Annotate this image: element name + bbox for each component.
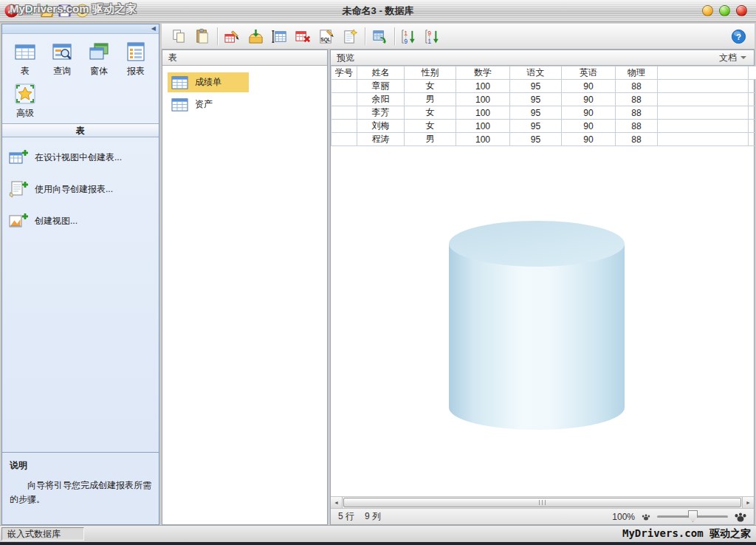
toolbar-group: 1991 xyxy=(395,27,447,47)
create-item-label: 创建视图... xyxy=(35,215,78,227)
row-count: 5 行 xyxy=(338,510,354,523)
description-text: 向导将引导您完成创建报表所需的步骤。 xyxy=(10,479,151,506)
help-button[interactable]: ? xyxy=(729,27,749,47)
small-table-icon xyxy=(171,75,188,90)
grid-cell: 章丽 xyxy=(357,80,405,93)
grid-row: 余阳男100959088 xyxy=(331,93,756,106)
grid-cell: 女 xyxy=(405,120,456,133)
app-window: 未命名3 - 数据库 MyDrivers.com 驱动之家 ◀ 表查询窗体报表高… xyxy=(0,0,756,545)
undo-icon[interactable] xyxy=(75,4,89,18)
grid-cell: 女 xyxy=(405,80,456,93)
zoom-out-paw-icon[interactable] xyxy=(642,513,650,521)
paste-button[interactable] xyxy=(193,27,213,47)
create-item-label: 使用向导创建报表... xyxy=(35,183,113,196)
create-item-1[interactable]: 使用向导创建报表... xyxy=(8,179,153,199)
grid-cell: 88 xyxy=(616,80,658,93)
grid-cell: 88 xyxy=(616,106,658,120)
preview-canvas xyxy=(331,146,754,496)
zoom-in-paw-icon[interactable] xyxy=(735,512,746,522)
sidebar: ◀ 表查询窗体报表高级 表 在设计视图中创建表...使用向导创建报表...创建视… xyxy=(1,24,159,525)
create-actions: 在设计视图中创建表...使用向导创建报表...创建视图... xyxy=(2,137,159,452)
preview-grid-holder: 学号姓名性别数学语文英语物理章丽女100959088余阳男100959088李芳… xyxy=(331,66,754,146)
grid-cell: 95 xyxy=(510,133,562,146)
grid-cell: 100 xyxy=(456,133,510,146)
zoom-level: 100% xyxy=(612,512,635,522)
maximize-button[interactable] xyxy=(719,5,730,16)
table-list-item-0[interactable]: 成绩单 xyxy=(168,72,249,92)
titlebar: 未命名3 - 数据库 MyDrivers.com 驱动之家 xyxy=(0,0,756,22)
scrollbar-thumb[interactable] xyxy=(343,498,741,507)
insert-table-button[interactable] xyxy=(269,27,289,47)
window-controls xyxy=(702,5,756,16)
open-icon[interactable] xyxy=(40,4,54,18)
horizontal-scrollbar[interactable]: ◄ ► xyxy=(331,496,754,508)
document-menu[interactable]: 文档 xyxy=(719,52,748,64)
query-icon xyxy=(49,39,75,64)
nav-label: 查询 xyxy=(53,65,71,78)
sql-edit-icon: SQL xyxy=(318,28,335,45)
grid-cell: 95 xyxy=(510,106,562,120)
sort-asc-icon: 19 xyxy=(401,28,418,45)
export-table-button[interactable] xyxy=(370,27,390,47)
design-table-button[interactable] xyxy=(222,27,242,47)
delete-table-icon xyxy=(295,28,312,45)
grid-cell xyxy=(331,93,357,106)
sidebar-section-header: 表 xyxy=(2,123,159,137)
report-icon xyxy=(123,39,148,64)
small-table-icon xyxy=(171,97,188,112)
chart-menu-icon[interactable] xyxy=(22,4,36,18)
sidebar-nav-report[interactable]: 报表 xyxy=(117,39,154,78)
scroll-left-icon[interactable]: ◄ xyxy=(331,497,343,508)
sidebar-nav-table[interactable]: 表 xyxy=(7,39,44,78)
preview-header: 预览 文档 xyxy=(331,50,754,66)
nav-label: 窗体 xyxy=(90,65,108,78)
copy-button[interactable] xyxy=(169,27,189,47)
grid-cell: 90 xyxy=(562,133,616,146)
new-report-button[interactable] xyxy=(340,27,360,47)
preview-title: 预览 xyxy=(337,52,354,64)
grid-header-row: 学号姓名性别数学语文英语物理 xyxy=(331,66,756,80)
nav-label: 高级 xyxy=(16,107,34,120)
grid-cell: 100 xyxy=(456,120,510,133)
table-list-item-1[interactable]: 资产 xyxy=(168,95,249,114)
import-button[interactable] xyxy=(246,27,266,47)
collapse-left-icon[interactable]: ◀ xyxy=(151,25,156,32)
sidebar-nav-form[interactable]: 窗体 xyxy=(80,39,117,78)
sql-edit-button[interactable]: SQL xyxy=(317,27,337,47)
svg-text:9: 9 xyxy=(427,30,431,37)
close-button[interactable] xyxy=(736,5,747,16)
scrollbar-track[interactable] xyxy=(343,497,742,508)
sidebar-nav-star[interactable]: 高级 xyxy=(7,81,44,120)
toolbar-group xyxy=(165,27,217,47)
table-list: 成绩单资产 xyxy=(162,66,327,121)
delete-table-button[interactable] xyxy=(293,27,313,47)
table-item-label: 资产 xyxy=(195,98,213,111)
grid-cell xyxy=(331,106,357,120)
help-icon: ? xyxy=(730,28,747,45)
sort-asc-button[interactable]: 19 xyxy=(399,27,419,47)
grid-cell: 男 xyxy=(405,93,456,106)
grid-header-cell: 性别 xyxy=(405,66,456,80)
grid-cell xyxy=(658,120,749,133)
toolbar-groups: SQL1991 xyxy=(165,27,447,47)
sort-desc-button[interactable]: 91 xyxy=(423,27,443,47)
sidebar-nav-query[interactable]: 查询 xyxy=(44,39,80,78)
report-wizard-icon xyxy=(8,179,28,199)
grid-cell xyxy=(658,106,749,120)
save-icon[interactable] xyxy=(58,4,72,18)
grid-cell xyxy=(331,133,357,146)
create-item-2[interactable]: 创建视图... xyxy=(8,211,153,231)
grid-cell xyxy=(749,106,756,120)
nav-label: 表 xyxy=(21,65,30,78)
watermark-bottom: MyDrivers.com 驱动之家 xyxy=(622,527,756,541)
insert-table-icon xyxy=(271,28,288,45)
minimize-button[interactable] xyxy=(702,5,713,16)
zoom-slider-thumb[interactable] xyxy=(688,510,698,522)
zoom-slider[interactable] xyxy=(657,515,728,518)
scroll-right-icon[interactable]: ► xyxy=(742,497,754,508)
content-row: 表 成绩单资产 预览 文档 学号姓名性别数学语文英语物理章丽女100959088… xyxy=(162,49,755,525)
create-item-0[interactable]: 在设计视图中创建表... xyxy=(8,148,153,168)
grid-row: 章丽女100959088 xyxy=(331,80,756,93)
scrollbar-grip-icon xyxy=(539,500,546,505)
grid-header-cell xyxy=(749,66,756,80)
